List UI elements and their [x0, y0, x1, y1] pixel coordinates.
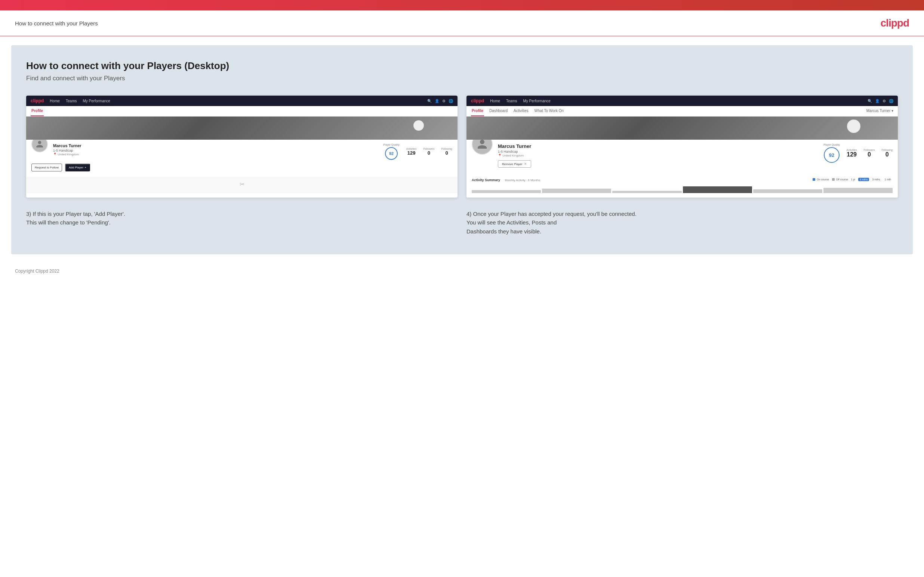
player-location-2: 📍 United Kingdom	[498, 154, 818, 157]
user-icon-2[interactable]: 👤	[875, 99, 880, 103]
stat-followers-label-2: Followers	[863, 148, 875, 151]
player-handicap-1: 1-5 Handicap	[53, 148, 378, 152]
time-btn-6mths[interactable]: 6 mths	[858, 178, 869, 181]
desc-item-2: 4) Once your Player has accepted your re…	[467, 210, 898, 236]
time-btn-1mth[interactable]: 1 mth	[883, 178, 893, 181]
settings-icon-1[interactable]: ⚙	[442, 99, 446, 103]
tab-user-dropdown-2[interactable]: Marcus Turner ▾	[866, 106, 893, 116]
nav-home-1[interactable]: Home	[50, 99, 60, 103]
search-icon-2[interactable]: 🔍	[867, 99, 872, 103]
footer: Copyright Clippd 2022	[0, 263, 924, 281]
activity-title: Activity Summary	[472, 178, 500, 182]
tab-dashboard-2[interactable]: Dashboard	[489, 106, 508, 116]
bar-2	[542, 189, 611, 193]
quality-circle-1: 92	[385, 147, 398, 160]
stats-row-1: Player Quality 92 Activities 129 Followe…	[383, 143, 452, 160]
main-title: How to connect with your Players (Deskto…	[26, 60, 898, 72]
stat-followers-label-1: Followers	[423, 148, 435, 150]
logo: clippd	[880, 17, 909, 29]
profile-section-2: Marcus Turner 1-5 Handicap 📍 United King…	[467, 140, 898, 173]
nav-teams-2[interactable]: Teams	[506, 99, 517, 103]
tab-activities-2[interactable]: Activities	[513, 106, 529, 116]
settings-icon-2[interactable]: ⚙	[882, 99, 886, 103]
profile-section-1: Marcus Turner 1-5 Handicap 📍 United King…	[26, 140, 457, 177]
nav-myperformance-1[interactable]: My Performance	[82, 99, 110, 103]
main-content: How to connect with your Players (Deskto…	[11, 45, 913, 254]
profile-row-1: Marcus Turner 1-5 Handicap 📍 United King…	[31, 143, 452, 160]
nav-myperformance-2[interactable]: My Performance	[523, 99, 550, 103]
bar-4	[683, 186, 752, 193]
bar-5	[753, 189, 822, 193]
screenshot-2: clippd Home Teams My Performance 🔍 👤 ⚙ 🌐…	[467, 96, 898, 198]
top-bar	[0, 0, 924, 10]
stat-following-value-2: 0	[881, 151, 893, 158]
screenshots-row: clippd Home Teams My Performance 🔍 👤 ⚙ 🌐…	[26, 96, 898, 198]
activity-title-group: Activity Summary Monthly Activity · 6 Mo…	[472, 176, 540, 183]
tab-profile-1[interactable]: Profile	[31, 106, 44, 116]
banner-1	[26, 116, 457, 140]
player-location-1: 📍 United Kingdom	[53, 153, 378, 156]
app-logo-2: clippd	[471, 98, 484, 103]
add-player-button[interactable]: Add Player +	[65, 164, 90, 171]
copyright: Copyright Clippd 2022	[15, 269, 60, 274]
bar-6	[824, 188, 893, 193]
activity-subtitle: Monthly Activity · 6 Months	[505, 179, 540, 182]
stat-followers-value-2: 0	[863, 151, 875, 158]
bottom-section-1: ✂	[26, 177, 457, 193]
app-tabs-2: Profile Dashboard Activities What To Wor…	[467, 106, 898, 116]
bar-1	[472, 190, 541, 193]
nav-teams-1[interactable]: Teams	[66, 99, 77, 103]
stat-followers-value-1: 0	[423, 150, 435, 156]
quality-block-2: Player Quality 92	[824, 143, 840, 163]
app-nav-1: clippd Home Teams My Performance 🔍 👤 ⚙ 🌐	[26, 96, 457, 106]
search-icon-1[interactable]: 🔍	[427, 99, 432, 103]
stat-following-2: Following 0	[881, 148, 893, 158]
stat-following-label-2: Following	[881, 148, 893, 151]
remove-icon: ✕	[524, 162, 527, 166]
stat-activities-label-1: Activities	[406, 148, 417, 150]
time-btn-1yr[interactable]: 1 yr	[850, 178, 857, 181]
request-follow-button[interactable]: Request to Follow	[31, 164, 62, 171]
desc-text-2: 4) Once your Player has accepted your re…	[467, 210, 898, 236]
app-logo-1: clippd	[31, 98, 44, 103]
bar-3	[612, 191, 682, 193]
header: How to connect with your Players clippd	[0, 10, 924, 36]
legend-off-course	[832, 178, 835, 181]
legend-on-course	[813, 178, 815, 181]
remove-player-button[interactable]: Remove Player ✕	[498, 160, 531, 168]
nav-home-2[interactable]: Home	[490, 99, 500, 103]
globe-icon-1[interactable]: 🌐	[449, 99, 453, 103]
activity-header: Activity Summary Monthly Activity · 6 Mo…	[472, 176, 893, 183]
stat-activities-value-1: 129	[406, 150, 417, 156]
time-btn-3mths[interactable]: 3 mths	[871, 178, 881, 181]
player-name-2: Marcus Turner	[498, 143, 818, 149]
desc-item-1: 3) If this is your Player tap, 'Add Play…	[26, 210, 457, 236]
stat-followers-2: Followers 0	[863, 148, 875, 158]
quality-label-2: Player Quality	[824, 143, 840, 146]
stats-row-2: Player Quality 92 Activities 129 Followe…	[824, 143, 893, 163]
activity-section: Activity Summary Monthly Activity · 6 Mo…	[467, 173, 898, 198]
player-name-1: Marcus Turner	[53, 143, 378, 148]
profile-info-2: Marcus Turner 1-5 Handicap 📍 United King…	[498, 143, 818, 168]
tab-what-to-work-on-2[interactable]: What To Work On	[534, 106, 565, 116]
stat-activities-2: Activities 129	[846, 148, 857, 158]
activity-controls: On course Off course 1 yr 6 mths 3 mths …	[813, 178, 893, 181]
quality-block-1: Player Quality 92	[383, 143, 400, 160]
stat-following-1: Following 0	[441, 148, 452, 156]
action-buttons-1: Request to Follow Add Player +	[31, 164, 452, 171]
stat-activities-1: Activities 129	[406, 148, 417, 156]
stat-followers-1: Followers 0	[423, 148, 435, 156]
user-icon-1[interactable]: 👤	[435, 99, 439, 103]
header-title: How to connect with your Players	[15, 20, 98, 26]
legend-on-course-label: On course	[817, 178, 829, 181]
nav-icons-2: 🔍 👤 ⚙ 🌐	[867, 99, 893, 103]
nav-icons-1: 🔍 👤 ⚙ 🌐	[427, 99, 453, 103]
quality-circle-2: 92	[824, 147, 840, 163]
app-tabs-1: Profile	[26, 106, 457, 116]
app-nav-2: clippd Home Teams My Performance 🔍 👤 ⚙ 🌐	[467, 96, 898, 106]
stat-activities-value-2: 129	[846, 151, 857, 158]
player-handicap-2: 1-5 Handicap	[498, 150, 818, 153]
profile-row-2: Marcus Turner 1-5 Handicap 📍 United King…	[472, 143, 893, 168]
globe-icon-2[interactable]: 🌐	[889, 99, 893, 103]
tab-profile-2[interactable]: Profile	[471, 106, 484, 116]
